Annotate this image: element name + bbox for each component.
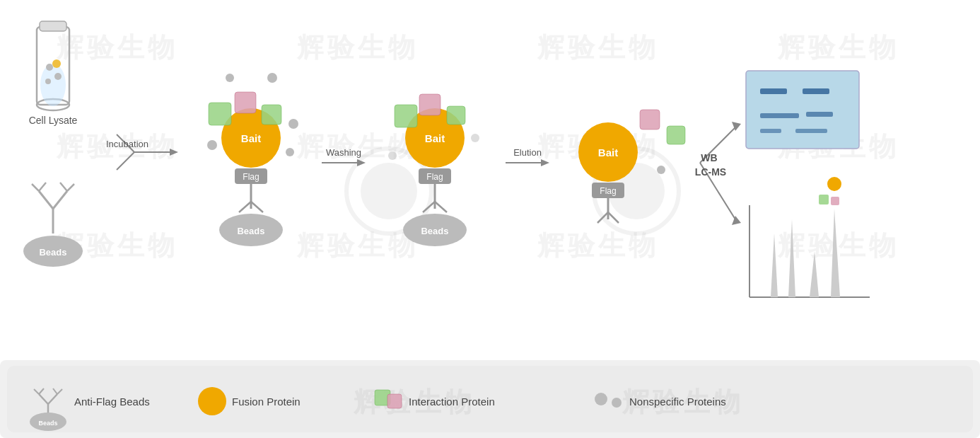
- svg-rect-121: [387, 394, 402, 408]
- svg-line-28: [39, 183, 46, 191]
- step2-complex: Bait Flag Beads: [207, 73, 298, 246]
- svg-text:Elution: Elution: [513, 147, 542, 158]
- svg-rect-69: [447, 106, 465, 125]
- svg-text:辉验生物: 辉验生物: [777, 231, 899, 260]
- svg-text:Bait: Bait: [598, 146, 618, 159]
- svg-text:Bait: Bait: [425, 132, 445, 144]
- legend-label-1: Anti-Flag Beads: [74, 396, 150, 408]
- svg-text:辉验生物: 辉验生物: [777, 33, 899, 62]
- svg-line-26: [53, 191, 67, 209]
- svg-line-25: [39, 191, 53, 209]
- svg-line-44: [251, 202, 263, 212]
- svg-point-51: [288, 119, 298, 129]
- svg-point-23: [52, 59, 61, 68]
- svg-point-53: [226, 74, 234, 82]
- svg-text:辉验生物: 辉验生物: [296, 33, 419, 62]
- svg-rect-105: [819, 195, 829, 204]
- svg-point-22: [45, 79, 51, 84]
- svg-rect-106: [831, 197, 839, 205]
- elution-arrow: [506, 159, 549, 166]
- svg-line-30: [67, 184, 74, 191]
- svg-point-54: [267, 73, 277, 83]
- svg-point-84: [657, 166, 665, 174]
- svg-point-71: [471, 134, 479, 142]
- svg-text:Washing: Washing: [326, 147, 361, 158]
- svg-rect-67: [395, 105, 417, 127]
- svg-rect-47: [209, 103, 231, 125]
- svg-rect-93: [803, 88, 829, 94]
- svg-rect-92: [760, 88, 787, 94]
- svg-text:Flag: Flag: [600, 186, 616, 196]
- svg-text:LC-MS: LC-MS: [695, 166, 726, 178]
- svg-rect-18: [40, 21, 66, 31]
- svg-point-19: [40, 64, 66, 106]
- svg-point-70: [388, 151, 397, 160]
- svg-text:辉验生物: 辉验生物: [537, 33, 659, 62]
- svg-text:Beads: Beads: [421, 226, 448, 236]
- svg-rect-94: [760, 113, 799, 118]
- svg-text:Flag: Flag: [243, 172, 259, 182]
- svg-text:Incubation: Incubation: [106, 139, 148, 149]
- legend-label-3: Interaction Protein: [409, 396, 495, 408]
- svg-text:Flag: Flag: [426, 172, 443, 182]
- svg-point-50: [207, 140, 217, 150]
- svg-point-119: [198, 387, 226, 415]
- svg-line-27: [32, 184, 39, 191]
- svg-line-64: [435, 202, 447, 212]
- svg-rect-97: [795, 129, 827, 133]
- svg-point-20: [46, 64, 53, 71]
- svg-rect-82: [640, 110, 660, 129]
- svg-point-104: [827, 177, 841, 191]
- svg-rect-68: [419, 94, 441, 115]
- svg-rect-91: [746, 71, 859, 149]
- svg-text:Beads: Beads: [237, 226, 264, 236]
- svg-point-123: [612, 398, 622, 408]
- svg-text:Bait: Bait: [241, 132, 261, 144]
- svg-point-21: [54, 73, 62, 80]
- svg-line-29: [60, 183, 67, 191]
- main-diagram: 辉验生物 辉验生物 辉验生物 辉验生物 辉验生物 辉验生物 辉验生物 辉验生物 …: [0, 0, 980, 340]
- svg-rect-96: [760, 129, 781, 133]
- svg-point-122: [595, 393, 607, 405]
- legend-label-2: Fusion Protein: [232, 396, 301, 408]
- svg-rect-83: [667, 126, 685, 144]
- svg-rect-48: [235, 92, 256, 113]
- svg-point-52: [286, 148, 294, 156]
- svg-text:WB: WB: [701, 152, 717, 163]
- legend-bar: 辉验生物 辉验生物 Beads Anti-Flag Beads Fusion P…: [0, 360, 980, 438]
- svg-text:辉验生物: 辉验生物: [296, 231, 419, 260]
- svg-text:Beads: Beads: [39, 247, 66, 258]
- svg-marker-100: [771, 234, 778, 297]
- svg-rect-49: [262, 105, 281, 125]
- svg-rect-95: [806, 112, 833, 117]
- cell-lysate-label: Cell Lysate: [29, 115, 78, 126]
- svg-line-43: [239, 202, 251, 212]
- svg-point-13: [361, 163, 417, 219]
- wb-result: [746, 71, 859, 149]
- legend-label-4: Nonspecific Proteins: [629, 396, 726, 408]
- beads-antibody-step1: Beads: [23, 183, 83, 267]
- svg-text:辉验生物: 辉验生物: [56, 33, 178, 62]
- svg-text:Beads: Beads: [38, 420, 57, 427]
